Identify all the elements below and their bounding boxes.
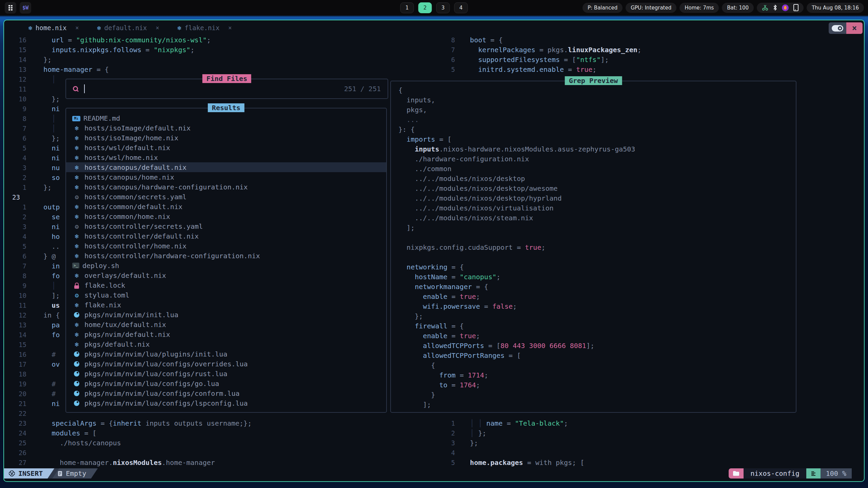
workspace-button-4[interactable]: 4 [454, 2, 468, 13]
preview-line: imports = [ [398, 135, 796, 144]
finder-result-row[interactable]: M↓README.md [66, 113, 386, 123]
gpu-pill[interactable]: GPU: Integrated [626, 3, 676, 13]
nix-icon: ❄ [178, 24, 181, 32]
code-row: 13 home-manager = { [4, 65, 439, 75]
nix-flame-icon[interactable] [782, 4, 789, 11]
grep-preview-panel: Grep Preview { inputs, pkgs, ...}: { imp… [390, 81, 796, 413]
launcher-group: $W [5, 2, 31, 14]
home-latency-pill[interactable]: Home: 7ms [679, 3, 719, 13]
finder-result-row[interactable]: ❄hosts/controller/home.nix [66, 241, 386, 251]
finder-result-row[interactable]: ⚙stylua.toml [66, 290, 386, 300]
right-editor-pane-top[interactable]: 8 boot = {7 kernelPackages = pkgs.linuxP… [445, 35, 862, 75]
finder-result-row[interactable]: pkgs/nvim/nvim/lua/configs/rust.lua [66, 369, 386, 379]
finder-result-row[interactable]: pkgs/nvim/nvim/lua/configs/lspconfig.lua [66, 398, 386, 408]
workspace-button-3[interactable]: 3 [436, 2, 450, 13]
network-icon[interactable] [762, 4, 768, 11]
finder-result-row[interactable]: flake.lock [66, 280, 386, 290]
result-path-label: hosts/common/home.nix [84, 212, 170, 221]
result-path-label: hosts/isoImage/home.nix [84, 134, 178, 142]
grep-preview-content: { inputs, pkgs, ...}: { imports = [ inpu… [398, 85, 796, 410]
finder-result-row[interactable]: ⚙hosts/controller/secrets.yaml [66, 221, 386, 231]
finder-result-row[interactable]: ❄hosts/isoImage/home.nix [66, 133, 386, 143]
code-row: 24 modules = [ [4, 428, 439, 438]
nix-file-icon: ❄ [72, 134, 81, 142]
tab-close-icon[interactable]: × [75, 24, 79, 31]
tab-home.nix[interactable]: ❄home.nix× [28, 24, 79, 32]
preview-line: ../common [398, 164, 796, 174]
apps-grid-button[interactable] [5, 2, 16, 14]
right-editor-pane-bottom[interactable]: 1 │ │ name = "Tela-black";2 │ };3 };45 h… [445, 419, 862, 468]
finder-result-row[interactable]: ❄hosts/wsl/default.nix [66, 143, 386, 152]
preview-line: } [398, 390, 796, 400]
nix-file-icon: ❄ [72, 340, 81, 348]
results-title: Results [208, 103, 244, 112]
result-path-label: stylua.toml [84, 291, 129, 299]
finder-result-row[interactable]: ❄hosts/controller/hardware-configuration… [66, 251, 386, 261]
preview-line: pkgs, [398, 105, 796, 115]
code-row: 5 initrd.systemd.enable = true; [445, 65, 862, 75]
preview-line: inputs, [398, 95, 796, 105]
workspace-button-1[interactable]: 1 [400, 2, 414, 13]
bluetooth-icon[interactable] [773, 4, 777, 11]
phone-icon[interactable] [793, 4, 798, 11]
finder-results-panel: Results M↓README.md❄hosts/isoImage/defau… [65, 108, 387, 413]
tab-close-icon[interactable]: × [156, 24, 159, 31]
finder-result-row[interactable]: ❄hosts/canopus/hardware-configuration.ni… [66, 182, 386, 192]
preview-line: ]; [398, 223, 796, 233]
statusline-left: INSERT Empty [4, 468, 98, 479]
terminal-launcher-button[interactable]: $W [20, 2, 31, 14]
window-close-button[interactable]: × [846, 22, 863, 34]
preview-line: allowedTCPPortRanges = [ [398, 351, 796, 361]
result-path-label: overlays/default.nix [84, 271, 166, 280]
finder-result-row[interactable]: ❄hosts/common/home.nix [66, 211, 386, 221]
finder-result-row[interactable]: >_deploy.sh [66, 261, 386, 270]
preview-line: hostName = "canopus"; [398, 272, 796, 282]
preview-line: inputs.nixos-hardware.nixosModules.asus-… [398, 144, 796, 154]
nix-file-icon: ❄ [72, 252, 81, 260]
result-path-label: hosts/controller/default.nix [84, 232, 199, 240]
battery-pill[interactable]: Bat: 100 [722, 3, 754, 13]
finder-result-row[interactable]: ❄pkgs/default.nix [66, 339, 386, 349]
finder-result-row[interactable]: pkgs/nvim/nvim/lua/configs/go.lua [66, 379, 386, 388]
tab-close-icon[interactable]: × [228, 24, 232, 31]
finder-result-row[interactable]: ❄hosts/isoImage/default.nix [66, 123, 386, 133]
nix-file-icon: ❄ [72, 183, 81, 191]
finder-result-row[interactable]: ⚙hosts/common/secrets.yaml [66, 192, 386, 202]
result-path-label: pkgs/nvim/nvim/lua/configs/conform.lua [84, 389, 240, 398]
finder-result-row[interactable]: pkgs/nvim/nvim/init.lua [66, 310, 386, 320]
clock-pill[interactable]: Thu Aug 08, 18:16 [807, 3, 864, 13]
pin-toggle-button[interactable] [829, 22, 846, 34]
code-row: 23 specialArgs = {inherit inputs outputs… [4, 419, 439, 428]
preview-line: from = 1714; [398, 370, 796, 380]
tab-flake.nix[interactable]: ❄flake.nix× [178, 24, 232, 32]
finder-result-row[interactable]: ❄hosts/canopus/home.nix [66, 172, 386, 182]
power-profile-pill[interactable]: P: Balanced [583, 3, 623, 13]
nix-file-icon: ❄ [72, 124, 81, 132]
finder-result-row[interactable]: ❄pkgs/nvim/default.nix [66, 329, 386, 339]
finder-result-row[interactable]: ❄hosts/common/default.nix [66, 202, 386, 211]
close-icon: × [852, 23, 857, 33]
code-row: 1 │ │ name = "Tela-black"; [445, 419, 862, 428]
nix-icon: ❄ [97, 24, 101, 32]
finder-result-row[interactable]: ❄flake.nix [66, 300, 386, 310]
tab-label: default.nix [104, 24, 147, 32]
finder-result-row[interactable]: ❄hosts/wsl/home.nix [66, 152, 386, 162]
finder-result-row[interactable]: pkgs/nvim/nvim/lua/configs/overrides.lua [66, 359, 386, 369]
finder-result-row[interactable]: ❄hosts/controller/default.nix [66, 231, 386, 241]
result-path-label: hosts/wsl/home.nix [84, 154, 158, 162]
scroll-icon-segment [806, 468, 821, 479]
result-path-label: flake.nix [84, 301, 121, 309]
preview-line: wifi.powersave = false; [398, 302, 796, 311]
preview-line: networking = { [398, 262, 796, 272]
code-row: 25 ./hosts/canopus [4, 438, 439, 448]
finder-result-row[interactable]: pkgs/nvim/nvim/lua/configs/conform.lua [66, 388, 386, 398]
workspace-button-2[interactable]: 2 [418, 2, 432, 13]
finder-result-row[interactable]: ❄hosts/canopus/default.nix [66, 162, 386, 172]
gear-blue-file-icon: ⚙ [72, 291, 81, 299]
finder-result-row[interactable]: ❄overlays/default.nix [66, 270, 386, 280]
lines-icon [811, 471, 816, 476]
result-path-label: hosts/controller/hardware-configuration.… [84, 252, 260, 260]
finder-result-row[interactable]: ❄home/tux/default.nix [66, 320, 386, 329]
tab-default.nix[interactable]: ❄default.nix× [97, 24, 159, 32]
finder-result-row[interactable]: pkgs/nvim/nvim/lua/plugins/init.lua [66, 349, 386, 359]
